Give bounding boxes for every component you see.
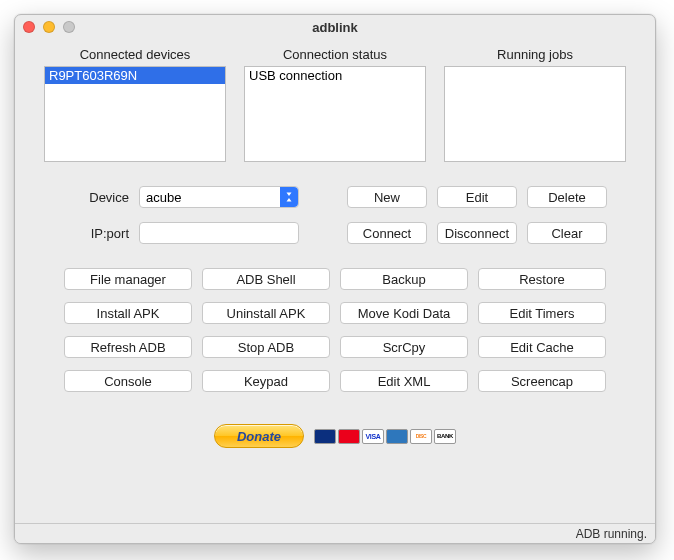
window-title: adblink	[15, 20, 655, 35]
edit-xml-button[interactable]: Edit XML	[340, 370, 468, 392]
device-row: Device acube New Edit Delete	[69, 186, 631, 208]
move-kodi-data-button[interactable]: Move Kodi Data	[340, 302, 468, 324]
install-apk-button[interactable]: Install APK	[64, 302, 192, 324]
status-text: ADB running.	[576, 527, 647, 541]
restore-button[interactable]: Restore	[478, 268, 606, 290]
ipport-label: IP:port	[69, 226, 129, 241]
connected-devices-pane: Connected devices R9PT603R69N	[44, 47, 226, 162]
delete-button[interactable]: Delete	[527, 186, 607, 208]
visa-icon: VISA	[362, 429, 384, 444]
refresh-adb-button[interactable]: Refresh ADB	[64, 336, 192, 358]
device-select[interactable]: acube	[139, 186, 299, 208]
keypad-button[interactable]: Keypad	[202, 370, 330, 392]
bank-icon: BANK	[434, 429, 456, 444]
uninstall-apk-button[interactable]: Uninstall APK	[202, 302, 330, 324]
titlebar: adblink	[15, 15, 655, 39]
connected-devices-list[interactable]: R9PT603R69N	[44, 66, 226, 162]
ipport-row: IP:port Connect Disconnect Clear	[69, 222, 631, 244]
scrcpy-button[interactable]: ScrCpy	[340, 336, 468, 358]
content-area: Connected devices R9PT603R69N Connection…	[15, 39, 655, 523]
payment-cards: VISA DISC BANK	[314, 429, 456, 444]
connection-status-pane: Connection status USB connection	[244, 47, 426, 162]
connection-status-text: USB connection	[245, 67, 425, 84]
connection-status-label: Connection status	[283, 47, 387, 62]
device-label: Device	[69, 190, 129, 205]
connect-button[interactable]: Connect	[347, 222, 427, 244]
connected-devices-label: Connected devices	[80, 47, 191, 62]
donate-button[interactable]: Donate	[214, 424, 304, 448]
status-bar: ADB running.	[15, 523, 655, 543]
edit-button[interactable]: Edit	[437, 186, 517, 208]
console-button[interactable]: Console	[64, 370, 192, 392]
running-jobs-text	[445, 67, 625, 69]
action-grid: File manager ADB Shell Backup Restore In…	[33, 268, 637, 392]
donate-row: Donate VISA DISC BANK	[33, 424, 637, 448]
disconnect-button[interactable]: Disconnect	[437, 222, 517, 244]
edit-cache-button[interactable]: Edit Cache	[478, 336, 606, 358]
device-select-value: acube	[146, 190, 181, 205]
running-jobs-box	[444, 66, 626, 162]
running-jobs-label: Running jobs	[497, 47, 573, 62]
discover-icon: DISC	[410, 429, 432, 444]
running-jobs-pane: Running jobs	[444, 47, 626, 162]
screencap-button[interactable]: Screencap	[478, 370, 606, 392]
chevron-up-down-icon	[280, 187, 298, 207]
connection-status-box: USB connection	[244, 66, 426, 162]
clear-button[interactable]: Clear	[527, 222, 607, 244]
stop-adb-button[interactable]: Stop ADB	[202, 336, 330, 358]
mastercard-icon	[338, 429, 360, 444]
edit-timers-button[interactable]: Edit Timers	[478, 302, 606, 324]
panes-row: Connected devices R9PT603R69N Connection…	[33, 47, 637, 162]
backup-button[interactable]: Backup	[340, 268, 468, 290]
amex-icon	[386, 429, 408, 444]
device-form: Device acube New Edit Delete IP:port Con…	[69, 186, 631, 244]
app-window: adblink Connected devices R9PT603R69N Co…	[14, 14, 656, 544]
list-item[interactable]: R9PT603R69N	[45, 67, 225, 84]
file-manager-button[interactable]: File manager	[64, 268, 192, 290]
ipport-input[interactable]	[139, 222, 299, 244]
maestro-icon	[314, 429, 336, 444]
adb-shell-button[interactable]: ADB Shell	[202, 268, 330, 290]
new-button[interactable]: New	[347, 186, 427, 208]
